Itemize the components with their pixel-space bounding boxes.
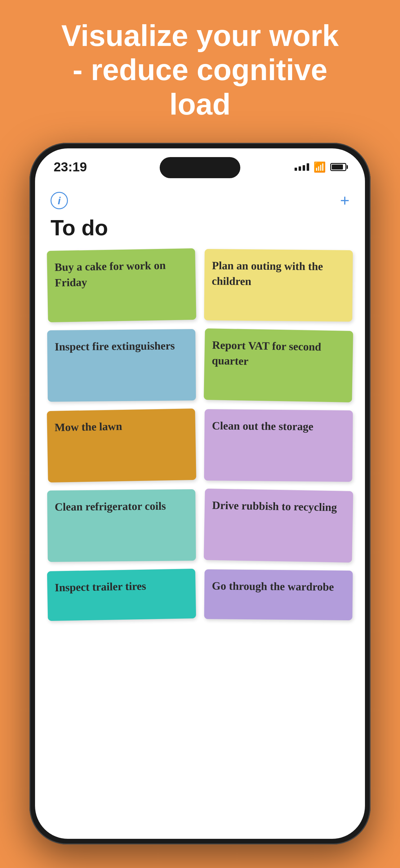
app-content: i + To do Buy a cake for work on Friday xyxy=(35,186,365,839)
info-button[interactable]: i xyxy=(51,192,68,209)
hero-line3: load xyxy=(169,88,230,121)
task-card-10-text: Go through the wardrobe xyxy=(212,578,334,595)
hero-line1: Visualize your work xyxy=(61,19,339,52)
phone-outer: 23:19 📶 xyxy=(29,143,371,844)
task-card-8-text: Drive rubbish to recycling xyxy=(212,497,337,515)
battery-icon xyxy=(330,163,346,171)
app-toolbar: i + xyxy=(35,186,365,212)
task-card-8[interactable]: Drive rubbish to recycling xyxy=(204,489,353,562)
task-card-5-text: Mow the lawn xyxy=(55,418,123,435)
task-card-9[interactable]: Inspect trailer tires xyxy=(47,569,196,621)
status-icons: 📶 xyxy=(295,161,346,173)
info-icon: i xyxy=(58,195,61,207)
add-button[interactable]: + xyxy=(340,192,349,209)
page-title: To do xyxy=(35,212,365,250)
hero-line2: - reduce cognitive xyxy=(72,53,328,86)
task-card-1[interactable]: Buy a cake for work on Friday xyxy=(47,248,196,322)
task-card-2-text: Plan an outing with the children xyxy=(212,258,345,290)
task-card-4-text: Report VAT for second quarter xyxy=(212,337,346,371)
hero-text: Visualize your work - reduce cognitive l… xyxy=(0,0,400,134)
task-card-2[interactable]: Plan an outing with the children xyxy=(204,249,353,321)
dynamic-island xyxy=(160,157,240,178)
task-card-6[interactable]: Clean out the storage xyxy=(204,409,353,482)
signal-icon xyxy=(295,163,309,171)
task-card-9-text: Inspect trailer tires xyxy=(55,578,146,596)
task-card-5[interactable]: Mow the lawn xyxy=(47,408,196,483)
wifi-icon: 📶 xyxy=(313,161,326,173)
phone-screen: 23:19 📶 xyxy=(35,148,365,839)
task-card-6-text: Clean out the storage xyxy=(212,418,313,434)
task-card-4[interactable]: Report VAT for second quarter xyxy=(204,329,353,402)
task-card-10[interactable]: Go through the wardrobe xyxy=(204,569,353,620)
task-card-7-text: Clean refrigerator coils xyxy=(55,498,166,515)
task-card-3[interactable]: Inspect fire extinguishers xyxy=(47,329,196,402)
task-card-1-text: Buy a cake for work on Friday xyxy=(55,257,189,290)
task-card-3-text: Inspect fire extinguishers xyxy=(55,338,175,354)
cards-grid: Buy a cake for work on Friday Plan an ou… xyxy=(35,250,365,620)
task-card-7[interactable]: Clean refrigerator coils xyxy=(47,489,196,562)
plus-icon: + xyxy=(340,191,349,210)
status-time: 23:19 xyxy=(54,160,87,175)
battery-fill xyxy=(332,164,343,169)
phone-frame: 23:19 📶 xyxy=(29,143,371,844)
